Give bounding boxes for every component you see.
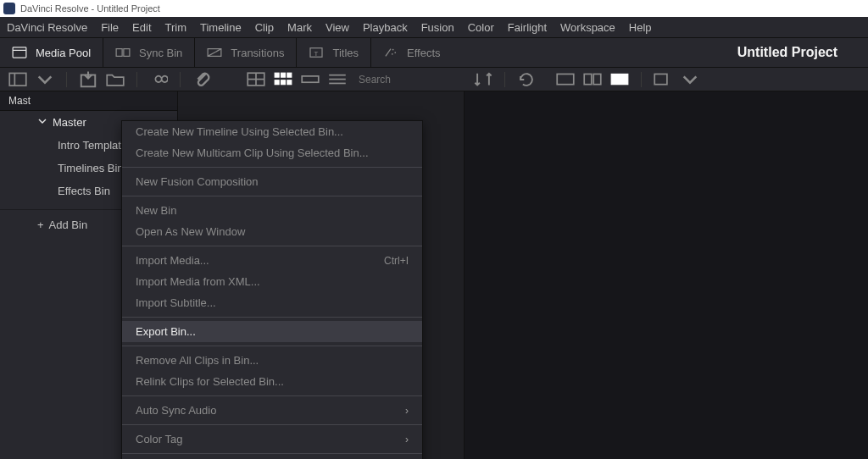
bin-list-toggle-icon[interactable] xyxy=(8,72,27,87)
top-toolbar: Media Pool Sync Bin Transitions T Titles… xyxy=(0,37,868,68)
context-menu-item-label: New Fusion Composition xyxy=(136,175,259,188)
window-title: DaVinci Resolve - Untitled Project xyxy=(20,3,160,14)
svg-point-10 xyxy=(392,53,393,55)
chevron-right-icon: › xyxy=(405,405,409,417)
os-title-bar: DaVinci Resolve - Untitled Project xyxy=(0,0,868,17)
context-menu-item[interactable]: New Fusion Composition xyxy=(122,171,422,192)
context-menu-item[interactable]: Import Media from XML... xyxy=(122,271,422,292)
menu-trim[interactable]: Trim xyxy=(165,21,187,34)
attach-icon[interactable] xyxy=(192,72,211,87)
svg-rect-17 xyxy=(275,73,279,77)
context-menu-item[interactable]: Auto Sync Audio› xyxy=(122,400,422,421)
context-menu-item[interactable]: Remove All Clips in Bin... xyxy=(122,350,422,371)
sync-bin-icon xyxy=(115,47,131,58)
svg-rect-2 xyxy=(116,49,122,57)
import-media-icon[interactable] xyxy=(79,72,97,87)
import-folder-icon[interactable] xyxy=(106,72,125,87)
menu-davinci-resolve[interactable]: DaVinci Resolve xyxy=(7,21,87,34)
context-menu: Create New Timeline Using Selected Bin..… xyxy=(121,120,423,459)
menu-file[interactable]: File xyxy=(101,21,119,34)
viewer-dual-icon[interactable] xyxy=(583,72,602,87)
svg-point-9 xyxy=(394,52,396,53)
context-menu-item[interactable]: Import Subtitle... xyxy=(122,292,422,313)
menu-view[interactable]: View xyxy=(326,21,349,34)
context-menu-item[interactable]: Export Bin... xyxy=(122,321,422,342)
svg-rect-19 xyxy=(287,73,292,77)
sub-toolbar-left xyxy=(0,68,220,91)
context-menu-separator xyxy=(122,196,422,196)
effects-icon xyxy=(383,47,398,58)
titles-label: Titles xyxy=(332,47,359,59)
svg-line-5 xyxy=(208,49,221,57)
svg-rect-27 xyxy=(557,74,574,84)
context-menu-separator xyxy=(122,453,422,454)
bin-tab[interactable]: Master xyxy=(0,91,31,111)
context-menu-item-label: Open As New Window xyxy=(136,225,245,238)
sort-icon[interactable] xyxy=(474,72,492,87)
svg-rect-29 xyxy=(593,74,601,84)
toolbar-group-titles[interactable]: T Titles xyxy=(297,38,371,67)
svg-text:T: T xyxy=(314,50,319,58)
menu-fusion[interactable]: Fusion xyxy=(421,21,454,34)
context-menu-item-label: Create New Multicam Clip Using Selected … xyxy=(136,147,369,159)
chevron-down-icon[interactable] xyxy=(681,72,699,87)
chevron-right-icon: › xyxy=(405,434,409,445)
sync-bin-label: Sync Bin xyxy=(139,47,182,59)
sub-toolbar xyxy=(0,68,868,91)
context-menu-item-label: Import Media... xyxy=(136,254,209,267)
chevron-down-icon[interactable] xyxy=(36,72,54,87)
menu-workspace[interactable]: Workspace xyxy=(560,21,615,34)
sub-toolbar-mid xyxy=(238,68,544,91)
context-menu-item[interactable]: Color Tag› xyxy=(122,429,422,450)
app-window: DaVinci ResolveFileEditTrimTimelineClipM… xyxy=(0,17,868,459)
context-menu-item[interactable]: Open As New Window xyxy=(122,221,422,242)
thumbnail-view-icon[interactable] xyxy=(274,72,292,87)
context-menu-item[interactable]: Import Media...Ctrl+I xyxy=(122,250,422,271)
refresh-icon[interactable] xyxy=(517,72,536,87)
context-menu-item[interactable]: Create New Timeline Using Selected Bin..… xyxy=(122,121,422,142)
menu-clip[interactable]: Clip xyxy=(255,21,274,34)
media-pool-label: Media Pool xyxy=(36,47,91,59)
svg-rect-18 xyxy=(281,73,286,77)
viewer-single-icon[interactable] xyxy=(556,72,575,87)
toolbar-group-sync-bin[interactable]: Sync Bin xyxy=(103,38,195,67)
menu-playback[interactable]: Playback xyxy=(363,21,408,34)
media-pool-icon xyxy=(12,47,27,58)
transitions-label: Transitions xyxy=(231,47,284,59)
viewer-cinema-icon[interactable] xyxy=(610,72,629,87)
context-menu-separator xyxy=(122,395,422,396)
effects-label: Effects xyxy=(407,47,441,59)
context-menu-item-label: Auto Sync Audio xyxy=(136,404,216,417)
menu-color[interactable]: Color xyxy=(468,21,494,34)
svg-rect-21 xyxy=(281,80,286,85)
chevron-down-icon xyxy=(37,116,47,129)
context-menu-separator xyxy=(122,317,422,318)
toolbar-group-effects[interactable]: Effects xyxy=(371,38,453,67)
context-menu-item-label: Color Tag xyxy=(136,433,182,445)
svg-rect-31 xyxy=(654,74,667,84)
menu-help[interactable]: Help xyxy=(629,21,652,34)
metadata-view-icon[interactable] xyxy=(247,72,265,87)
transitions-icon xyxy=(207,47,222,58)
context-menu-separator xyxy=(122,167,422,168)
svg-rect-22 xyxy=(287,80,292,85)
context-menu-item-label: Export Bin... xyxy=(136,325,196,338)
svg-point-8 xyxy=(392,49,394,51)
context-menu-item[interactable]: New Bin xyxy=(122,200,422,221)
list-view-icon[interactable] xyxy=(328,72,347,87)
toolbar-group-transitions[interactable]: Transitions xyxy=(195,38,297,67)
menu-edit[interactable]: Edit xyxy=(132,21,151,34)
menu-mark[interactable]: Mark xyxy=(287,21,312,34)
link-icon[interactable] xyxy=(149,72,168,87)
toolbar-group-media-pool[interactable]: Media Pool xyxy=(8,38,103,67)
menu-bar: DaVinci ResolveFileEditTrimTimelineClipM… xyxy=(0,17,868,37)
context-menu-item[interactable]: Relink Clips for Selected Bin... xyxy=(122,371,422,392)
context-menu-item[interactable]: Create New Multicam Clip Using Selected … xyxy=(122,142,422,163)
menu-timeline[interactable]: Timeline xyxy=(200,21,242,34)
context-menu-item-label: New Bin xyxy=(136,204,176,217)
titles-icon: T xyxy=(309,47,324,58)
viewer-options-icon[interactable] xyxy=(654,72,672,87)
menu-fairlight[interactable]: Fairlight xyxy=(508,21,547,34)
search-input[interactable] xyxy=(355,71,457,88)
strip-view-icon[interactable] xyxy=(301,72,320,87)
